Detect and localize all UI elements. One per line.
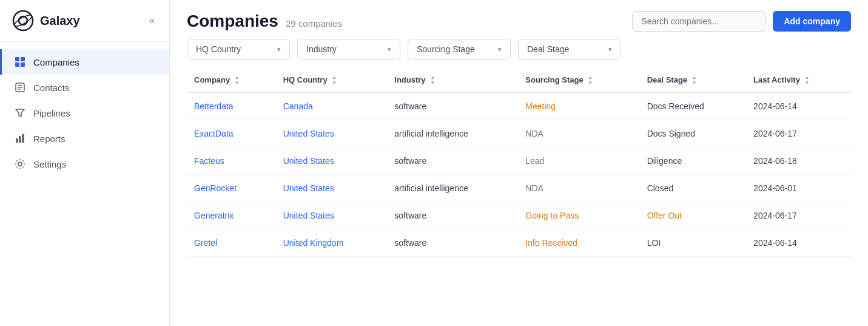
companies-table-container: Company ▲▼ HQ Country ▲▼ Industry ▲▼ Sou… [170,69,868,326]
svg-marker-11 [16,109,24,117]
sort-icon: ▲▼ [235,75,240,86]
deal-stage-cell: Closed [640,175,746,202]
last-activity-cell: 2024-06-18 [746,148,851,175]
table-row: Betterdata Canada software Meeting Docs … [187,92,851,120]
chevron-down-icon: ▾ [498,46,502,53]
svg-point-15 [18,162,22,166]
sidebar-item-label: Settings [33,159,66,169]
logo-area: Galaxy [12,10,80,32]
filter-deal-stage[interactable]: Deal Stage ▾ [518,39,621,59]
sidebar-item-companies[interactable]: Companies [0,49,169,75]
sourcing-stage-cell: Lead [518,148,639,175]
table-row: Generatrix United States software Going … [187,202,851,229]
last-activity-cell: 2024-06-17 [746,202,851,229]
industry-cell: artificial intelligence [387,175,518,202]
hq-country-cell[interactable]: United Kingdom [276,229,388,257]
filter-deal-stage-label: Deal Stage [527,44,569,54]
chevron-down-icon: ▾ [388,46,391,53]
sidebar-item-label: Reports [33,134,66,144]
sidebar-item-pipelines[interactable]: Pipelines [0,100,169,126]
hq-country-cell[interactable]: United States [276,175,388,202]
col-sourcing-stage[interactable]: Sourcing Stage ▲▼ [518,69,639,92]
collapse-sidebar-button[interactable]: « [147,13,157,29]
col-deal-stage[interactable]: Deal Stage ▲▼ [640,69,746,92]
logo-text: Galaxy [40,14,80,28]
hq-country-cell[interactable]: United States [276,148,388,175]
main-content: Companies 29 companies Add company HQ Co… [170,0,868,326]
sidebar-item-reports[interactable]: Reports [0,126,169,151]
search-input[interactable] [632,11,765,32]
col-company[interactable]: Company ▲▼ [187,69,276,92]
filter-hq-country-label: HQ Country [196,44,241,54]
page-header: Companies 29 companies Add company [170,0,868,39]
header-actions: Add company [632,11,851,32]
filter-industry[interactable]: Industry ▾ [297,39,400,59]
grid-icon [14,56,26,68]
table-row: ExactData United States artificial intel… [187,120,851,148]
filter-sourcing-stage-label: Sourcing Stage [417,44,475,54]
sort-icon: ▲▼ [588,75,593,86]
sourcing-stage-cell: NDA [518,175,639,202]
company-name-cell[interactable]: Facteus [187,148,276,175]
sidebar: Galaxy « Companies Contacts Pipelines [0,0,170,326]
filter-hq-country[interactable]: HQ Country ▾ [187,39,290,59]
sourcing-stage-cell: Meeting [518,92,639,120]
company-name-cell[interactable]: ExactData [187,120,276,148]
industry-cell: artificial intelligence [387,120,518,148]
svg-rect-3 [15,57,19,61]
deal-stage-cell: Offer Out [640,202,746,229]
col-hq-country[interactable]: HQ Country ▲▼ [276,69,388,92]
sourcing-stage-cell: Going to Pass [518,202,639,229]
companies-table: Company ▲▼ HQ Country ▲▼ Industry ▲▼ Sou… [187,69,851,257]
col-last-activity[interactable]: Last Activity ▲▼ [746,69,851,92]
sidebar-item-label: Pipelines [33,108,70,118]
last-activity-cell: 2024-06-17 [746,120,851,148]
svg-rect-13 [19,136,21,143]
deal-stage-cell: Docs Signed [640,120,746,148]
bar-chart-icon [14,132,26,144]
col-industry[interactable]: Industry ▲▼ [387,69,518,92]
page-title: Companies [187,12,278,31]
company-count: 29 companies [286,18,342,29]
sidebar-header: Galaxy « [0,0,169,42]
galaxy-logo-icon [12,10,34,32]
last-activity-cell: 2024-06-14 [746,92,851,120]
company-name-cell[interactable]: GenRocket [187,175,276,202]
filters-row: HQ Country ▾ Industry ▾ Sourcing Stage ▾… [170,39,868,69]
sort-icon: ▲▼ [805,75,810,86]
sidebar-item-settings[interactable]: Settings [0,151,169,177]
svg-point-2 [13,13,33,29]
hq-country-cell[interactable]: Canada [276,92,388,120]
hq-country-cell[interactable]: United States [276,202,388,229]
contacts-icon [14,81,26,93]
chevron-down-icon: ▾ [277,46,281,53]
svg-rect-14 [22,134,24,143]
company-name-cell[interactable]: Generatrix [187,202,276,229]
gear-icon [14,158,26,170]
sidebar-nav: Companies Contacts Pipelines Reports [0,42,169,326]
page-title-area: Companies 29 companies [187,12,342,31]
svg-point-0 [13,11,33,30]
svg-rect-4 [21,57,25,61]
sort-icon: ▲▼ [332,75,337,86]
industry-cell: software [387,202,518,229]
company-name-cell[interactable]: Gretel [187,229,276,257]
table-row: Facteus United States software Lead Dili… [187,148,851,175]
table-header-row: Company ▲▼ HQ Country ▲▼ Industry ▲▼ Sou… [187,69,851,92]
sourcing-stage-cell: NDA [518,120,639,148]
filter-industry-label: Industry [306,44,337,54]
svg-rect-6 [21,63,25,67]
table-row: GenRocket United States artificial intel… [187,175,851,202]
sidebar-item-contacts[interactable]: Contacts [0,75,169,100]
sort-icon: ▲▼ [692,75,697,86]
industry-cell: software [387,148,518,175]
deal-stage-cell: LOI [640,229,746,257]
last-activity-cell: 2024-06-01 [746,175,851,202]
filter-sourcing-stage[interactable]: Sourcing Stage ▾ [408,39,511,59]
deal-stage-cell: Diligence [640,148,746,175]
hq-country-cell[interactable]: United States [276,120,388,148]
svg-rect-12 [16,138,18,143]
add-company-button[interactable]: Add company [773,11,851,32]
company-name-cell[interactable]: Betterdata [187,92,276,120]
sourcing-stage-cell: Info Received [518,229,639,257]
